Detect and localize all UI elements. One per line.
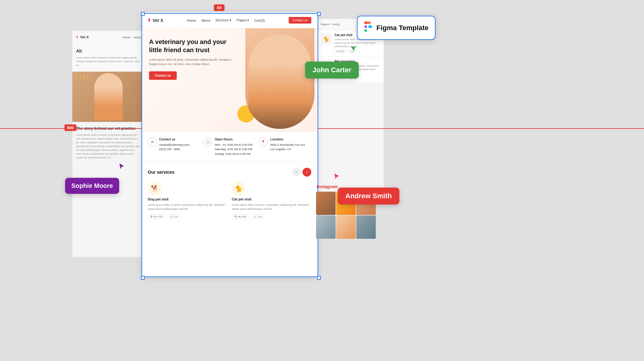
left-nav-about: About — [133, 36, 141, 39]
left-hero-image — [72, 72, 145, 122]
dog-service-name: Dog pet visit — [148, 197, 227, 201]
figma-template-badge: Figma Template — [357, 16, 436, 40]
contact-col-3-text: Location 9400 S Normandie Ave #14 Los An… — [270, 137, 305, 152]
nav-services[interactable]: Services ▾ — [215, 18, 231, 22]
left-about-text: Lorem ipsum dolor sit amet, consectetur … — [76, 56, 141, 67]
contact-col-1-text: Contact us contact@veterinary.com (323) … — [159, 137, 190, 152]
services-title: Our services — [148, 170, 175, 175]
location-label: Location — [270, 137, 305, 142]
hero-person-silhouette — [248, 35, 311, 129]
logo-text: Vet X — [153, 18, 163, 23]
nav-home[interactable]: Home — [187, 19, 196, 22]
left-story-text: Lorem ipsum dolor sit amet, consectetur … — [76, 133, 141, 160]
badge-sophie-moore: Sophie Moore — [65, 178, 119, 194]
open-hours-label: Open Hours — [215, 137, 253, 142]
dot-5 — [75, 78, 77, 79]
nav-links: Home About Services ▾ Pages ▾ Cart(3) — [187, 18, 265, 22]
hero-cta-button[interactable]: Contact us — [149, 71, 177, 80]
measurement-label-800: 800 — [64, 124, 76, 131]
right-cat-price: 99 USD — [335, 50, 346, 53]
services-navigation: ‹ › — [292, 168, 311, 177]
services-grid: 🐕 Dog pet visit Lorem ipsum dolor sit am… — [148, 182, 311, 219]
email-icon: ✉ — [148, 138, 157, 146]
contact-col-2-text: Open Hours Mon - Fri: 8:00 AM to 5:00 PM… — [215, 137, 253, 156]
hero-title: A veterinary you and your little friend … — [149, 38, 237, 54]
left-decorative-dots — [75, 75, 89, 79]
dog-service-desc: Lorem ipsum dolor sit amet, consectetur … — [148, 203, 227, 211]
selection-handle-top-right[interactable] — [317, 12, 321, 16]
nav-contact-button[interactable]: Contact us — [289, 17, 311, 24]
badge-andrew-smith: Andrew Smith — [338, 188, 399, 205]
left-nav-links: Home About — [123, 36, 141, 39]
right-cat-icon: 🐈 — [321, 33, 332, 45]
main-logo: ⚕ Vet X — [148, 17, 163, 23]
left-person-silhouette — [94, 73, 123, 120]
cat-price: ⦿ 98 USD — [232, 214, 249, 219]
hero-image — [245, 28, 314, 129]
instagram-cell-1 — [316, 192, 336, 215]
dog-icon: 🐕 — [151, 185, 159, 192]
cat-service-desc: Lorem ipsum dolor sit amet, consectetur … — [232, 203, 311, 211]
hero-subtitle: Lorem ipsum dolor sit amet, consectetur … — [149, 58, 237, 66]
nav-cart[interactable]: Cart(3) — [254, 19, 265, 22]
left-logo: ⚕ Vet X — [76, 35, 89, 39]
location-icon: 📍 — [259, 138, 268, 146]
nav-about[interactable]: About — [201, 19, 210, 22]
dot-3 — [83, 75, 85, 76]
clock-icon: 🕐 — [203, 138, 212, 146]
logo-icon: ⚕ — [148, 17, 151, 23]
cursor-top — [351, 45, 358, 53]
main-navbar: ⚕ Vet X Home About Services ▾ Pages ▾ Ca… — [142, 13, 318, 28]
cat-price-icon: ⦿ — [234, 215, 237, 218]
hero-text-block: A veterinary you and your little friend … — [149, 38, 237, 80]
cursor-right — [333, 173, 340, 181]
contact-email: contact@veterinary.com — [159, 143, 190, 147]
canvas: 800 60 ⚕ Vet X Home About Ab Lorem ipsum… — [0, 0, 644, 361]
contact-col-3: 📍 Location 9400 S Normandie Ave #14 Los … — [259, 137, 311, 156]
dimension-label-60: 60 — [214, 4, 225, 11]
service-card-cat: 🐈 Cat pet visit Lorem ipsum dolor sit am… — [232, 182, 311, 219]
left-nav-home: Home — [123, 36, 130, 39]
contact-col-2: 🕐 Open Hours Mon - Fri: 8:00 AM to 5:00 … — [203, 137, 256, 156]
left-about-title: Ab — [76, 48, 141, 53]
service-card-dog: 🐕 Dog pet visit Lorem ipsum dolor sit am… — [148, 182, 227, 219]
location-address: 9400 S Normandie Ave #14 — [270, 143, 305, 147]
cat-service-meta: ⦿ 98 USD ⏱ 1 hr — [232, 214, 311, 219]
left-about-section: Ab Lorem ipsum dolor sit amet, consectet… — [72, 44, 145, 72]
selection-handle-bottom-left[interactable] — [141, 276, 145, 280]
dot-4 — [87, 75, 88, 76]
badge-john-carter: John Carter — [305, 62, 359, 79]
dot-8 — [87, 78, 88, 79]
hours-sunday: Sunday: 9:00 AM to 2:00 PM — [215, 152, 253, 156]
selection-handle-top-left[interactable] — [141, 12, 145, 16]
instagram-label: Instagram — [317, 184, 338, 189]
dog-service-meta: ⦿ 99 USD ⏱ 1 hr — [148, 214, 227, 219]
left-logo-icon: ⚕ — [76, 35, 78, 39]
cat-icon: 🐈 — [235, 185, 243, 192]
cursor-left — [118, 163, 125, 171]
services-next-button[interactable]: › — [303, 168, 311, 177]
hero-section: A veterinary you and your little friend … — [142, 28, 318, 132]
time-icon: ⏱ — [170, 215, 173, 218]
dot-2 — [79, 75, 81, 76]
dog-price: ⦿ 99 USD — [148, 214, 165, 219]
figma-icon — [364, 21, 373, 35]
contact-phone: (323) 238 - 0696 — [159, 147, 190, 151]
main-website-panel: ⚕ Vet X Home About Services ▾ Pages ▾ Ca… — [142, 13, 318, 276]
hours-weekday: Mon - Fri: 8:00 AM to 5:00 PM — [215, 143, 253, 147]
price-icon: ⦿ — [150, 215, 153, 218]
figma-label: Figma Template — [376, 24, 429, 32]
services-prev-button[interactable]: ‹ — [292, 168, 301, 177]
dot-6 — [79, 78, 81, 79]
services-section: Our services ‹ › 🐕 Dog pet visit Lorem i… — [142, 161, 318, 225]
nav-pages[interactable]: Pages ▾ — [236, 18, 249, 22]
cat-time-icon: ⏱ — [254, 215, 257, 218]
cat-icon-wrap: 🐈 — [232, 182, 246, 195]
dot-7 — [83, 78, 85, 79]
services-header: Our services ‹ › — [148, 168, 311, 177]
contact-us-label: Contact us — [159, 137, 190, 142]
left-navbar: ⚕ Vet X Home About — [72, 31, 145, 44]
instagram-cell-4 — [316, 216, 336, 239]
right-nav-links: Pages ▾ Cart(3) — [321, 23, 340, 26]
selection-handle-bottom-right[interactable] — [317, 276, 321, 280]
